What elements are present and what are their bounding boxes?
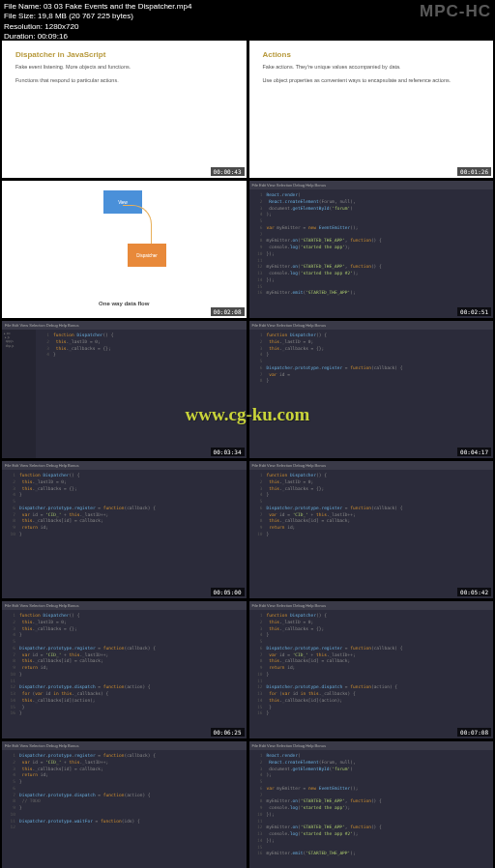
timestamp: 00:01:26	[457, 167, 491, 176]
timestamp: 00:04:17	[457, 448, 491, 456]
file-tree[interactable]: ▸ src ▸ js app.js disp.js	[2, 330, 36, 458]
slide-title: Actions	[263, 50, 480, 59]
editor-menu[interactable]: File Edit View Selection Debug Help Bonu…	[2, 461, 247, 470]
thumbnail[interactable]: View Dispatcher One way data flow00:02:0…	[2, 181, 247, 318]
thumbnail[interactable]: File Edit View Selection Debug Help Bonu…	[2, 601, 247, 738]
code-area[interactable]: 1function Dispatcher() {2 this._lastID =…	[249, 610, 494, 738]
code-area[interactable]: 1function Dispatcher() {2 this._lastID =…	[36, 330, 247, 458]
timestamp: 00:02:51	[457, 307, 491, 316]
code-area[interactable]: 1function Dispatcher() {2 this._lastID =…	[249, 330, 494, 458]
editor-menu[interactable]: File Edit View Selection Debug Help Bonu…	[2, 321, 247, 330]
timestamp: 00:06:25	[211, 728, 245, 737]
code-area[interactable]: 1function Dispatcher() {2 this._lastID =…	[2, 610, 247, 738]
filename: File Name: 03 03 Fake Events and the Dis…	[4, 2, 191, 12]
thumbnail[interactable]: Dispatcher in JavaScript Fake event list…	[2, 41, 247, 178]
timestamp: 00:05:00	[211, 588, 245, 596]
slide-text: Fake event listening. More objects and f…	[15, 63, 233, 71]
editor-menu[interactable]: File Edit View Selection Debug Help Bonu…	[249, 181, 494, 189]
slide-text: Fake actions. They're unique values acco…	[263, 63, 480, 71]
file-info: File Name: 03 03 Fake Events and the Dis…	[4, 2, 191, 43]
thumbnail[interactable]: File Edit View Selection Debug Help Bonu…	[249, 461, 494, 598]
editor-menu[interactable]: File Edit View Selection Debug Help Bonu…	[2, 601, 247, 610]
header: File Name: 03 03 Fake Events and the Dis…	[0, 0, 495, 39]
code-area[interactable]: 1Dispatcher.prototype.register = functio…	[2, 750, 247, 868]
timestamp: 00:05:42	[457, 588, 491, 596]
timestamp: 00:03:34	[211, 448, 245, 456]
flow-caption: One way data flow	[2, 301, 247, 306]
filesize: File Size: 19,8 MB (20 767 225 bytes)	[4, 12, 191, 21]
thumbnail[interactable]: File Edit View Selection Debug Help Bonu…	[249, 741, 494, 868]
code-area[interactable]: 1function Dispatcher() {2 this._lastID =…	[2, 470, 247, 598]
editor-menu[interactable]: File Edit View Selection Debug Help Bonu…	[249, 321, 494, 330]
thumbnail[interactable]: File Edit View Selection Debug Help Bonu…	[249, 601, 494, 738]
app-logo: MPC-HC	[420, 2, 491, 21]
thumbnail[interactable]: File Edit View Selection Debug Help Bonu…	[249, 181, 494, 318]
code-area[interactable]: 1React.render(2 React.createElement(Foru…	[249, 750, 494, 868]
thumbnail[interactable]: File Edit View Selection Debug Help Bonu…	[249, 321, 494, 458]
timestamp: 00:00:43	[211, 167, 245, 176]
editor-menu[interactable]: File Edit View Selection Debug Help Bonu…	[249, 741, 494, 750]
editor-menu[interactable]: File Edit View Selection Debug Help Bonu…	[249, 461, 494, 470]
slide-text: Functions that respond to particular act…	[15, 76, 233, 84]
thumbnail[interactable]: File Edit View Selection Debug Help Bonu…	[2, 321, 247, 458]
thumbnail[interactable]: File Edit View Selection Debug Help Bonu…	[2, 461, 247, 598]
code-area[interactable]: 1React.render(2 React.createElement(Foru…	[249, 189, 494, 318]
editor-menu[interactable]: File Edit View Selection Debug Help Bonu…	[249, 601, 494, 610]
thumbnail-grid: Dispatcher in JavaScript Fake event list…	[0, 39, 495, 868]
slide-title: Dispatcher in JavaScript	[15, 50, 233, 59]
thumbnail[interactable]: Actions Fake actions. They're unique val…	[249, 41, 494, 178]
slide-text: Use object properties as convenient ways…	[263, 76, 480, 84]
dispatcher-box: Dispatcher	[128, 244, 166, 267]
watermark: www.cg-ku.com	[0, 404, 495, 425]
flow-arrow	[123, 205, 152, 248]
code-area[interactable]: 1function Dispatcher() {2 this._lastID =…	[249, 470, 494, 598]
resolution: Resolution: 1280x720	[4, 22, 191, 32]
timestamp: 00:07:08	[457, 728, 491, 737]
editor-menu[interactable]: File Edit View Selection Debug Help Bonu…	[2, 741, 247, 750]
thumbnail[interactable]: File Edit View Selection Debug Help Bonu…	[2, 741, 247, 868]
timestamp: 00:02:08	[211, 307, 245, 316]
